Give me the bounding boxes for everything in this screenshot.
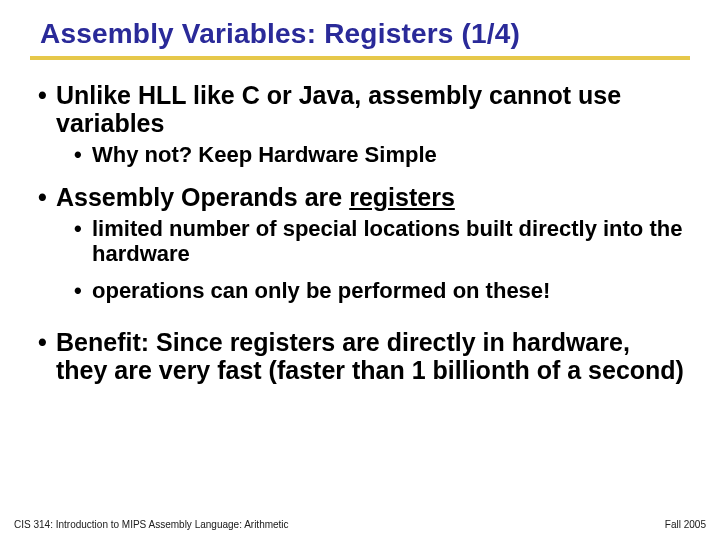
slide-content: •Unlike HLL like C or Java, assembly can… <box>30 82 690 384</box>
bullet-text: limited number of special locations buil… <box>92 216 682 266</box>
bullet-text: Benefit: Since registers are directly in… <box>56 328 684 384</box>
bullet-icon: • <box>74 279 92 304</box>
bullet-icon: • <box>74 217 92 242</box>
bullet-icon: • <box>38 329 56 357</box>
bullet-level1: •Benefit: Since registers are directly i… <box>38 329 688 384</box>
bullet-icon: • <box>38 82 56 110</box>
bullet-level1: •Assembly Operands are registers <box>38 184 688 212</box>
bullet-text-pre: Assembly Operands are <box>56 183 349 211</box>
bullet-icon: • <box>74 143 92 168</box>
bullet-level2: •operations can only be performed on the… <box>74 279 688 304</box>
bullet-icon: • <box>38 184 56 212</box>
slide-title: Assembly Variables: Registers (1/4) <box>30 14 690 60</box>
bullet-text-underlined: registers <box>349 183 455 211</box>
bullet-text: Unlike HLL like C or Java, assembly cann… <box>56 81 621 137</box>
bullet-level2: •Why not? Keep Hardware Simple <box>74 143 688 168</box>
bullet-text: operations can only be performed on thes… <box>92 278 550 303</box>
footer-left: CIS 314: Introduction to MIPS Assembly L… <box>14 519 289 530</box>
bullet-level2: •limited number of special locations bui… <box>74 217 688 266</box>
bullet-level1: •Unlike HLL like C or Java, assembly can… <box>38 82 688 137</box>
slide: Assembly Variables: Registers (1/4) •Unl… <box>0 0 720 540</box>
footer-right: Fall 2005 <box>665 519 706 530</box>
bullet-text: Why not? Keep Hardware Simple <box>92 142 437 167</box>
slide-footer: CIS 314: Introduction to MIPS Assembly L… <box>14 519 706 530</box>
spacer <box>38 315 688 329</box>
